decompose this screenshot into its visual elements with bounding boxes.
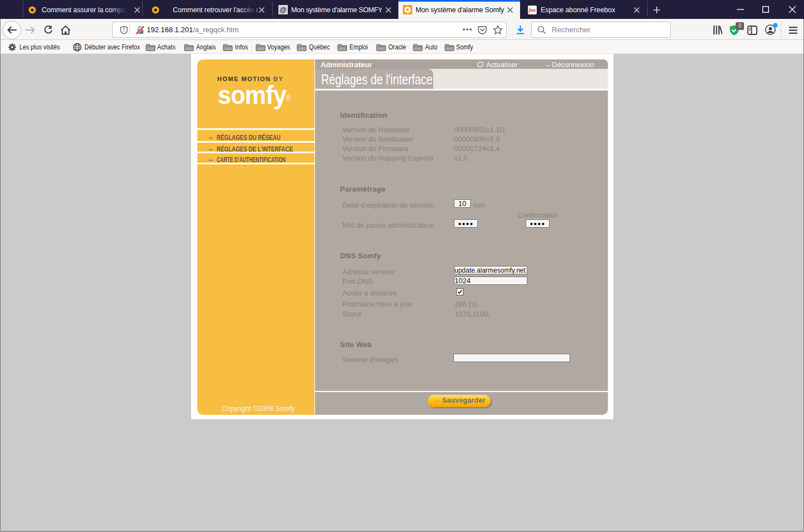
svg-text:free: free bbox=[529, 8, 536, 13]
